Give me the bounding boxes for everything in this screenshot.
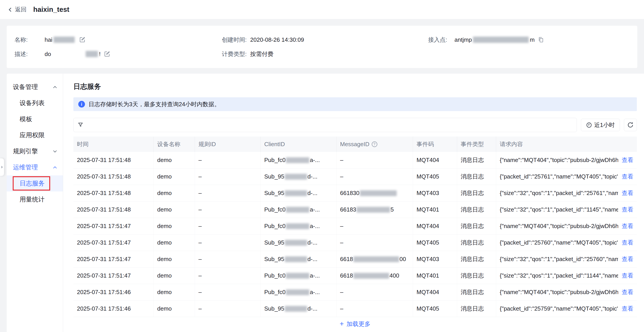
request-content-text: {"size":"32","qos":"1","packet_id":"1144… <box>500 272 618 279</box>
table-row: 2025-07-31 17:51:47demo–Pub_fc0a-...6618… <box>73 267 637 284</box>
table-row: 2025-07-31 17:51:48demo–Pub_fc0a-...6618… <box>73 201 637 218</box>
cell-event-type: 消息日志 <box>457 251 496 267</box>
cell-client-id: Pub_fc0a-... <box>261 152 336 168</box>
field-description: 描述: do ! <box>14 50 110 58</box>
cell-message-id: – <box>336 284 413 300</box>
back-button[interactable]: 返回 <box>9 6 26 14</box>
message-id-help-icon[interactable]: ? <box>372 141 377 147</box>
view-link[interactable]: 查看 <box>622 305 633 312</box>
table-row: 2025-07-31 17:51:48demo–Sub_95d-...66183… <box>73 185 637 201</box>
request-content-text: {"packet_id":"25760","name":"MQT405","to… <box>500 239 618 246</box>
name-value: hai <box>44 36 52 43</box>
col-header-event-code: 事件码 <box>413 137 457 152</box>
view-link[interactable]: 查看 <box>622 173 633 180</box>
cell-event-type: 消息日志 <box>457 218 496 234</box>
copy-endpoint-icon[interactable] <box>538 37 544 43</box>
cell-event-type: 消息日志 <box>457 284 496 300</box>
cell-time: 2025-07-31 17:51:48 <box>73 201 154 218</box>
cell-request-content: {"packet_id":"25761","name":"MQT405","to… <box>496 168 637 185</box>
col-header-client-id: ClientID <box>261 137 336 152</box>
cell-device-name: demo <box>154 218 195 234</box>
request-content-text: {"name":"MQT404","topic":"pubsub-2/gjwDh… <box>500 157 618 164</box>
cell-client-id: Sub_95d-... <box>261 251 336 267</box>
table-row: 2025-07-31 17:51:48demo–Pub_fc0a-...–MQT… <box>73 152 637 168</box>
cell-time: 2025-07-31 17:51:47 <box>73 218 154 234</box>
cell-rule-id: – <box>195 218 261 234</box>
cell-event-code: MQT401 <box>413 201 457 218</box>
sidebar-item-2[interactable]: 模板 <box>7 111 63 127</box>
cell-request-content: {"name":"MQT404","topic":"pubsub-2/gjwDh… <box>496 152 637 168</box>
field-created-time: 创建时间: 2020-08-26 14:30:09 <box>222 36 304 44</box>
view-link[interactable]: 查看 <box>622 288 633 296</box>
table-row: 2025-07-31 17:51:46demo–Sub_95d-...–MQT4… <box>73 300 637 317</box>
sidebar-item-6[interactable]: 日志服务 <box>7 175 63 191</box>
section-title: 日志服务 <box>73 82 637 91</box>
col-header-event-type: 事件类型 <box>457 137 496 152</box>
cell-rule-id: – <box>195 267 261 284</box>
table-row: 2025-07-31 17:51:47demo–Pub_fc0a-...–MQT… <box>73 218 637 234</box>
cell-event-code: MQT403 <box>413 251 457 267</box>
cell-message-id: – <box>336 300 413 317</box>
load-more-button[interactable]: + 加载更多 <box>73 317 637 331</box>
view-link[interactable]: 查看 <box>622 189 633 197</box>
sidebar-item-0[interactable]: 设备管理 <box>7 79 63 95</box>
edit-name-icon[interactable] <box>79 36 86 43</box>
view-link[interactable]: 查看 <box>622 206 633 213</box>
billing-type-label: 计费类型: <box>222 50 250 58</box>
cell-client-id: Sub_95d-... <box>261 300 336 317</box>
sidebar-item-7[interactable]: 用量统计 <box>7 191 63 207</box>
cell-time: 2025-07-31 17:51:48 <box>73 168 154 185</box>
sidebar-item-1[interactable]: 设备列表 <box>7 95 63 111</box>
sidebar-item-label: 用量统计 <box>20 195 44 204</box>
field-endpoint: 接入点: antjmpm <box>428 36 544 44</box>
cell-client-id: Pub_fc0a-... <box>261 201 336 218</box>
log-service-main: 日志服务 i 日志存储时长为3天，最多支持查询24小时内数据。 近1小时 时间 … <box>63 74 644 332</box>
filter-input-box[interactable] <box>73 118 577 132</box>
cell-time: 2025-07-31 17:51:47 <box>73 234 154 251</box>
created-time-value: 2020-08-26 14:30:09 <box>250 36 304 43</box>
col-header-device: 设备名称 <box>154 137 195 152</box>
request-content-text: {"packet_id":"25761","name":"MQT405","to… <box>500 173 618 180</box>
cell-client-id: Pub_fc0a-... <box>261 218 336 234</box>
sidebar-item-label: 设备管理 <box>13 83 38 91</box>
info-banner-text: 日志存储时长为3天，最多支持查询24小时内数据。 <box>88 100 220 108</box>
cell-request-content: {"name":"MQT404","topic":"pubsub-2/gjwDh… <box>496 284 637 300</box>
view-link[interactable]: 查看 <box>622 239 633 246</box>
clock-icon <box>586 122 592 128</box>
sidebar-nav: 设备管理设备列表模板应用权限规则引擎运维管理日志服务用量统计 <box>7 79 63 207</box>
cell-device-name: demo <box>154 201 195 218</box>
refresh-icon <box>627 122 634 128</box>
table-row: 2025-07-31 17:51:48demo–Sub_95d-...–MQT4… <box>73 168 637 185</box>
view-link[interactable]: 查看 <box>622 255 633 263</box>
chevron-up-icon <box>53 86 57 90</box>
edit-description-icon[interactable] <box>104 51 110 57</box>
sidebar-item-3[interactable]: 应用权限 <box>7 127 63 143</box>
view-link[interactable]: 查看 <box>622 222 633 230</box>
cell-message-id: – <box>336 168 413 185</box>
time-range-button[interactable]: 近1小时 <box>581 119 620 131</box>
cell-event-type: 消息日志 <box>457 201 496 218</box>
name-label: 名称: <box>14 36 44 44</box>
description-suffix: ! <box>99 51 100 58</box>
cell-client-id: Pub_fc0a-... <box>261 267 336 284</box>
sidebar-item-4[interactable]: 规则引擎 <box>7 143 63 159</box>
cell-rule-id: – <box>195 284 261 300</box>
view-link[interactable]: 查看 <box>622 272 633 279</box>
request-content-text: {"size":"32","qos":"1","packet_id":"2576… <box>500 256 618 263</box>
cell-rule-id: – <box>195 152 261 168</box>
field-billing-type: 计费类型: 按需付费 <box>222 50 274 58</box>
content-panel: 设备管理设备列表模板应用权限规则引擎运维管理日志服务用量统计 日志服务 i 日志… <box>7 74 644 332</box>
redacted-name <box>54 37 75 43</box>
sidebar-item-5[interactable]: 运维管理 <box>7 159 63 175</box>
sidebar-collapse-handle[interactable] <box>0 158 4 176</box>
page-title: haixin_test <box>33 6 69 14</box>
log-filter-input[interactable] <box>86 121 573 129</box>
col-header-rule-id: 规则ID <box>195 137 261 152</box>
sidebar-item-label: 设备列表 <box>20 99 44 107</box>
back-label: 返回 <box>15 6 26 14</box>
refresh-button[interactable] <box>624 119 637 131</box>
top-bar: 返回 haixin_test <box>0 0 644 19</box>
view-link[interactable]: 查看 <box>622 156 633 164</box>
cell-time: 2025-07-31 17:51:46 <box>73 284 154 300</box>
request-content-text: {"name":"MQT404","topic":"pubsub-2/gjwDh… <box>500 223 618 230</box>
